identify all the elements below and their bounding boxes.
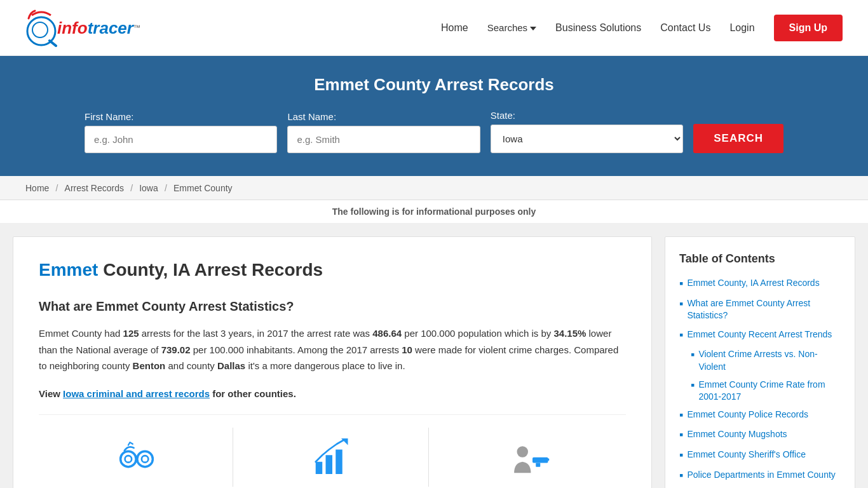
last-name-input[interactable] bbox=[287, 126, 480, 153]
svg-point-7 bbox=[141, 456, 148, 463]
toc-link-8[interactable]: Emmet County Sheriff's Office bbox=[687, 449, 806, 461]
nav-login[interactable]: Login bbox=[729, 22, 754, 34]
svg-rect-15 bbox=[546, 459, 549, 461]
breadcrumb-sep-3: / bbox=[165, 183, 167, 193]
svg-point-12 bbox=[517, 446, 529, 458]
signup-button[interactable]: Sign Up bbox=[774, 15, 843, 41]
svg-rect-14 bbox=[536, 463, 540, 467]
icon-box-arrests bbox=[40, 428, 234, 487]
heading-highlight: Emmet bbox=[39, 260, 98, 280]
first-name-label: First Name: bbox=[85, 111, 277, 122]
toc-heading: Table of Contents bbox=[679, 252, 841, 266]
toc-link-2[interactable]: What are Emmet County Arrest Statistics? bbox=[687, 297, 841, 322]
toc-item-5: ▪ Emmet County Crime Rate from 2001-2017 bbox=[691, 379, 841, 403]
toc-link-9[interactable]: Police Departments in Emmet County bbox=[687, 469, 835, 482]
breadcrumb-sep-2: / bbox=[130, 183, 133, 193]
search-button[interactable]: SEARCH bbox=[693, 124, 783, 153]
toc-bullet-7: ▪ bbox=[679, 428, 683, 442]
state-group: State: Iowa Alabama Alaska Arizona Arkan… bbox=[491, 110, 683, 153]
toc-bullet-3: ▪ bbox=[679, 329, 683, 342]
toc-item-8: ▪ Emmet County Sheriff's Office bbox=[679, 449, 841, 463]
view-link-paragraph: View Iowa criminal and arrest records fo… bbox=[39, 386, 626, 402]
toc-link-5[interactable]: Emmet County Crime Rate from 2001-2017 bbox=[698, 379, 841, 403]
toc-item-7: ▪ Emmet County Mugshots bbox=[679, 428, 841, 442]
toc-bullet-6: ▪ bbox=[679, 409, 683, 423]
nav-contact-us[interactable]: Contact Us bbox=[660, 22, 710, 34]
violent-count: 10 bbox=[402, 344, 412, 355]
arrest-count: 125 bbox=[123, 328, 139, 339]
iowa-records-link[interactable]: Iowa criminal and arrest records bbox=[63, 388, 210, 399]
svg-point-6 bbox=[125, 456, 132, 463]
toc-item-4: ▪ Violent Crime Arrests vs. Non-Violent bbox=[691, 348, 841, 373]
toc-item-1: ▪ Emmet County, IA Arrest Records bbox=[679, 277, 841, 291]
toc-link-3[interactable]: Emmet County Recent Arrest Trends bbox=[687, 329, 832, 341]
icon-box-violent bbox=[431, 428, 625, 487]
toc-bullet-5: ▪ bbox=[691, 379, 695, 393]
toc-bullet-4: ▪ bbox=[691, 348, 695, 362]
toc-sub-group: ▪ Violent Crime Arrests vs. Non-Violent … bbox=[679, 348, 841, 403]
toc-bullet-9: ▪ bbox=[679, 469, 683, 483]
svg-rect-8 bbox=[315, 462, 322, 474]
rate-diff: 34.15% bbox=[553, 328, 586, 339]
nav-searches[interactable]: Searches bbox=[487, 22, 536, 33]
arrest-rate: 486.64 bbox=[372, 328, 402, 339]
county1: Benton bbox=[133, 360, 166, 371]
svg-point-4 bbox=[137, 451, 153, 467]
breadcrumb-iowa[interactable]: Iowa bbox=[139, 183, 158, 193]
info-bar: The following is for informational purpo… bbox=[0, 200, 868, 224]
state-select[interactable]: Iowa Alabama Alaska Arizona Arkansas Cal… bbox=[491, 125, 683, 153]
toc-link-1[interactable]: Emmet County, IA Arrest Records bbox=[687, 277, 819, 290]
national-avg: 739.02 bbox=[161, 344, 191, 355]
main-layout: Emmet County, IA Arrest Records What are… bbox=[0, 224, 868, 488]
svg-line-1 bbox=[50, 41, 56, 46]
content-area: Emmet County, IA Arrest Records What are… bbox=[13, 236, 652, 488]
breadcrumb-home[interactable]: Home bbox=[25, 183, 49, 193]
hero-section: Emmet County Arrest Records First Name: … bbox=[0, 56, 868, 176]
first-name-input[interactable] bbox=[85, 126, 277, 153]
gun-icon bbox=[506, 434, 550, 480]
toc-bullet-1: ▪ bbox=[679, 277, 683, 291]
site-header: infotracer™ Home Searches Business Solut… bbox=[0, 0, 868, 56]
main-nav: Home Searches Business Solutions Contact… bbox=[441, 15, 843, 41]
breadcrumb-sep-1: / bbox=[56, 183, 58, 193]
toc-link-4[interactable]: Violent Crime Arrests vs. Non-Violent bbox=[698, 348, 841, 373]
hero-title: Emmet County Arrest Records bbox=[25, 75, 843, 95]
sidebar-toc: Table of Contents ▪ Emmet County, IA Arr… bbox=[665, 236, 855, 488]
stats-heading: What are Emmet County Arrest Statistics? bbox=[39, 299, 626, 314]
chevron-down-icon bbox=[530, 27, 536, 30]
toc-bullet-2: ▪ bbox=[679, 297, 683, 311]
logo-trademark: ™ bbox=[133, 24, 140, 31]
toc-list: ▪ Emmet County, IA Arrest Records ▪ What… bbox=[679, 277, 841, 488]
logo[interactable]: infotracer™ bbox=[25, 9, 140, 47]
county2: Dallas bbox=[217, 360, 245, 371]
toc-item-6: ▪ Emmet County Police Records bbox=[679, 409, 841, 423]
toc-item-2: ▪ What are Emmet County Arrest Statistic… bbox=[679, 297, 841, 322]
icon-row bbox=[39, 414, 626, 487]
toc-bullet-8: ▪ bbox=[679, 449, 683, 463]
page-heading: Emmet County, IA Arrest Records bbox=[39, 260, 626, 280]
logo-icon bbox=[25, 9, 57, 47]
toc-item-9: ▪ Police Departments in Emmet County bbox=[679, 469, 841, 483]
search-form: First Name: Last Name: State: Iowa Alaba… bbox=[85, 110, 783, 153]
toc-link-7[interactable]: Emmet County Mugshots bbox=[687, 428, 787, 441]
logo-text-red: info bbox=[57, 18, 88, 37]
nav-business-solutions[interactable]: Business Solutions bbox=[555, 22, 641, 34]
icon-box-trends bbox=[236, 428, 430, 487]
logo-text-blue: tracer bbox=[88, 18, 133, 37]
first-name-group: First Name: bbox=[85, 111, 277, 153]
breadcrumb-arrest-records[interactable]: Arrest Records bbox=[65, 183, 124, 193]
toc-item-3: ▪ Emmet County Recent Arrest Trends bbox=[679, 329, 841, 342]
chart-icon bbox=[310, 434, 355, 480]
toc-link-6[interactable]: Emmet County Police Records bbox=[687, 409, 808, 421]
breadcrumb: Home / Arrest Records / Iowa / Emmet Cou… bbox=[0, 176, 868, 200]
state-label: State: bbox=[491, 110, 683, 121]
svg-rect-10 bbox=[336, 450, 342, 475]
info-bar-text: The following is for informational purpo… bbox=[332, 207, 536, 217]
view-text: View Iowa criminal and arrest records fo… bbox=[39, 388, 296, 399]
last-name-group: Last Name: bbox=[287, 111, 480, 153]
svg-rect-13 bbox=[532, 458, 548, 463]
breadcrumb-emmet-county: Emmet County bbox=[173, 183, 233, 193]
nav-home[interactable]: Home bbox=[441, 22, 468, 34]
heading-rest: County, IA Arrest Records bbox=[98, 260, 323, 280]
svg-rect-9 bbox=[325, 455, 332, 474]
